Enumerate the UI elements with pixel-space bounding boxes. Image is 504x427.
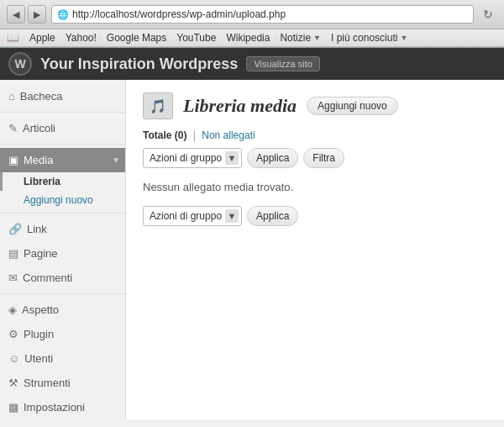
bottom-apply-button[interactable]: Applica (247, 206, 298, 226)
sidebar-item-utenti[interactable]: ☺ Utenti (0, 346, 125, 371)
sidebar-item-aspetto[interactable]: ◈ Aspetto (0, 298, 125, 322)
sidebar-item-commenti[interactable]: ✉ Commenti (0, 266, 125, 290)
sidebar-item-articoli[interactable]: ✎ Articoli (0, 116, 125, 140)
sidebar-item-media[interactable]: ▣ Media ▼ (0, 148, 125, 172)
wp-admin-body: ⌂ Bacheca ✎ Articoli ▣ Media ▼ Libreria … (0, 80, 504, 419)
bookmark-google-maps[interactable]: Google Maps (107, 32, 166, 44)
top-action-select[interactable]: Azioni di gruppo (143, 148, 242, 168)
sidebar-divider-1 (0, 112, 125, 113)
articoli-icon: ✎ (8, 122, 18, 134)
filter-bar: Totale (0) | Non allegati Azioni di grup… (143, 129, 487, 168)
strumenti-label: Strumenti (24, 377, 71, 389)
totale-label: Totale (0) (143, 129, 190, 141)
media-label: Media (24, 154, 53, 166)
link-icon: 🔗 (8, 223, 22, 235)
bottom-action-select-wrap: Azioni di gruppo ▼ (143, 206, 242, 226)
address-icon: 🌐 (57, 9, 69, 20)
view-site-button[interactable]: Visualizza sito (246, 56, 320, 71)
bacheca-label: Bacheca (20, 90, 63, 103)
bottom-action-bar: Azioni di gruppo ▼ Applica (143, 206, 487, 226)
wp-admin-header: W Your Inspiration Wordpress Visualizza … (0, 48, 504, 80)
media-arrow-icon: ▼ (112, 156, 120, 165)
address-text: http://localhost/wordpress/wp-admin/uplo… (72, 8, 468, 20)
link-label: Link (27, 223, 47, 235)
forward-button[interactable]: ▶ (28, 5, 46, 24)
utenti-label: Utenti (24, 352, 53, 365)
bookmark-notizie[interactable]: Notizie ▼ (280, 32, 321, 44)
back-button[interactable]: ◀ (7, 5, 25, 24)
add-new-button[interactable]: Aggiungi nuovo (307, 97, 398, 115)
strumenti-icon: ⚒ (8, 377, 18, 389)
bookmark-youtube[interactable]: YouTube (176, 32, 216, 44)
page-icon-box: 🎵 (143, 92, 173, 119)
nav-buttons: ◀ ▶ (7, 5, 46, 24)
sidebar-item-bacheca[interactable]: ⌂ Bacheca (0, 84, 125, 108)
page-icon: 🎵 (150, 98, 166, 114)
no-media-message: Nessun allegato media trovato. (143, 181, 487, 193)
wp-logo: W (8, 52, 32, 76)
media-icon: ▣ (8, 154, 18, 166)
impostazioni-icon: ▩ (8, 401, 18, 414)
sidebar-item-plugin[interactable]: ⚙ Plugin (0, 322, 125, 346)
top-action-select-wrap: Azioni di gruppo ▼ (143, 148, 242, 168)
non-allegati-link[interactable]: Non allegati (202, 129, 255, 141)
top-action-bar: Azioni di gruppo ▼ Applica Filtra (143, 148, 487, 168)
refresh-button[interactable]: ↻ (479, 5, 497, 24)
bookmarks-bar: 📖 Apple Yahoo! Google Maps YouTube Wikip… (0, 29, 504, 47)
utenti-icon: ☺ (8, 352, 19, 365)
aspetto-icon: ◈ (8, 303, 17, 316)
sidebar-item-pagine[interactable]: ▤ Pagine (0, 241, 125, 266)
aspetto-label: Aspetto (22, 303, 59, 316)
bacheca-icon: ⌂ (8, 90, 15, 103)
plugin-icon: ⚙ (8, 328, 18, 340)
articoli-label: Articoli (23, 122, 55, 134)
page-header: 🎵 Libreria media Aggiungi nuovo (143, 92, 487, 119)
sidebar-divider-3 (0, 213, 125, 214)
page-title: Libreria media (183, 95, 297, 117)
filter-sep: | (193, 129, 198, 141)
pagine-icon: ▤ (8, 247, 18, 260)
sidebar-item-impostazioni[interactable]: ▩ Impostazioni (0, 395, 125, 419)
commenti-icon: ✉ (8, 271, 18, 284)
bottom-action-select[interactable]: Azioni di gruppo (143, 206, 242, 226)
address-bar[interactable]: 🌐 http://localhost/wordpress/wp-admin/up… (51, 5, 474, 24)
wp-sidebar: ⌂ Bacheca ✎ Articoli ▣ Media ▼ Libreria … (0, 80, 126, 419)
bookmark-yahoo[interactable]: Yahoo! (66, 32, 97, 44)
notizie-dropdown-arrow: ▼ (313, 34, 321, 42)
filter-links: Totale (0) | Non allegati (143, 129, 487, 141)
bookmark-apple[interactable]: Apple (29, 32, 55, 44)
browser-chrome: ◀ ▶ 🌐 http://localhost/wordpress/wp-admi… (0, 0, 504, 48)
browser-toolbar: ◀ ▶ 🌐 http://localhost/wordpress/wp-admi… (0, 0, 504, 29)
impostazioni-label: Impostazioni (24, 401, 85, 414)
pagine-label: Pagine (24, 247, 57, 260)
site-title: Your Inspiration Wordpress (40, 55, 238, 73)
bookmark-wikipedia[interactable]: Wikipedia (226, 32, 270, 44)
sidebar-item-link[interactable]: 🔗 Link (0, 217, 125, 241)
bookmark-open-book[interactable]: 📖 (7, 32, 19, 44)
top-apply-button[interactable]: Applica (247, 148, 298, 168)
filter-button[interactable]: Filtra (303, 148, 344, 168)
sidebar-divider-2 (0, 144, 125, 145)
commenti-label: Commenti (23, 271, 72, 284)
plugin-label: Plugin (24, 328, 54, 340)
bookmark-piu-conosciuti[interactable]: I più conosciuti ▼ (331, 32, 407, 44)
piu-conosciuti-dropdown-arrow: ▼ (400, 34, 407, 42)
sidebar-sub-libreria[interactable]: Libreria (0, 172, 125, 191)
sidebar-sub-aggiungi-nuovo[interactable]: Aggiungi nuovo (0, 191, 125, 209)
main-content: 🎵 Libreria media Aggiungi nuovo Totale (… (126, 80, 504, 419)
sidebar-item-strumenti[interactable]: ⚒ Strumenti (0, 371, 125, 395)
sidebar-divider-4 (0, 293, 125, 294)
